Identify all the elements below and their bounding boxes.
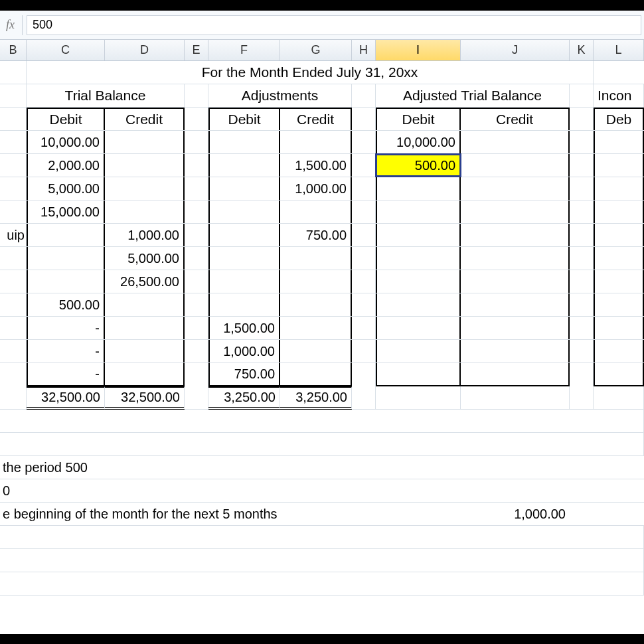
- cell[interactable]: [594, 293, 644, 316]
- cell[interactable]: [105, 131, 185, 153]
- cell[interactable]: [461, 317, 570, 339]
- fx-icon[interactable]: fx: [3, 15, 23, 35]
- cell[interactable]: [594, 317, 644, 339]
- cell[interactable]: 10,000.00: [376, 131, 461, 153]
- col-H[interactable]: H: [352, 40, 376, 60]
- cell[interactable]: [105, 317, 185, 339]
- cell[interactable]: [208, 247, 280, 270]
- col-C[interactable]: C: [27, 40, 105, 60]
- cell[interactable]: [594, 363, 644, 386]
- cell[interactable]: 10,000.00: [27, 131, 105, 153]
- cell[interactable]: [105, 293, 185, 316]
- cell[interactable]: [376, 270, 461, 293]
- cell[interactable]: 1,000.00: [105, 224, 185, 246]
- cell[interactable]: [376, 224, 461, 246]
- cell[interactable]: -: [27, 340, 105, 362]
- cell[interactable]: [461, 340, 570, 362]
- total-C[interactable]: 32,500.00: [27, 386, 105, 410]
- cell[interactable]: [461, 177, 570, 200]
- cell[interactable]: [376, 177, 461, 200]
- cell[interactable]: [461, 270, 570, 293]
- note-3-value[interactable]: 1,000.00: [461, 507, 570, 522]
- cell[interactable]: [105, 363, 185, 386]
- cell[interactable]: 2,000.00: [27, 154, 105, 177]
- cell[interactable]: -: [27, 363, 105, 386]
- col-B[interactable]: B: [0, 40, 27, 60]
- cell[interactable]: 1,500.00: [280, 154, 352, 177]
- cell[interactable]: [27, 247, 105, 270]
- cell[interactable]: [594, 201, 644, 223]
- cell[interactable]: [280, 340, 352, 362]
- cell[interactable]: [280, 131, 352, 153]
- formula-input[interactable]: 500: [27, 15, 641, 35]
- cell[interactable]: [208, 154, 280, 177]
- cell[interactable]: [461, 247, 570, 270]
- total-D[interactable]: 32,500.00: [105, 386, 185, 410]
- cell[interactable]: [376, 247, 461, 270]
- col-L[interactable]: L: [594, 40, 644, 60]
- tb-credit: Credit: [105, 108, 185, 130]
- cell[interactable]: [461, 154, 570, 177]
- col-D[interactable]: D: [105, 40, 185, 60]
- selected-cell[interactable]: 500.00: [376, 154, 461, 177]
- cell[interactable]: [208, 270, 280, 293]
- cell[interactable]: [105, 154, 185, 177]
- cell[interactable]: [280, 363, 352, 386]
- cell[interactable]: 750.00: [280, 224, 352, 246]
- cell[interactable]: [105, 177, 185, 200]
- cell[interactable]: 5,000.00: [105, 247, 185, 270]
- cell[interactable]: -: [27, 317, 105, 339]
- cell[interactable]: [461, 224, 570, 246]
- cell[interactable]: [594, 154, 644, 177]
- row-label: [0, 293, 27, 316]
- note-3: e beginning of the month for the next 5 …: [0, 507, 461, 522]
- spreadsheet-grid[interactable]: For the Month Ended July 31, 20xx Trial …: [0, 61, 644, 625]
- cell[interactable]: [280, 317, 352, 339]
- cell[interactable]: [208, 224, 280, 246]
- cell[interactable]: 1,500.00: [208, 317, 280, 339]
- cell[interactable]: [594, 247, 644, 270]
- col-I[interactable]: I: [376, 40, 461, 60]
- cell[interactable]: 1,000.00: [280, 177, 352, 200]
- cell[interactable]: 500.00: [27, 293, 105, 316]
- cell[interactable]: [376, 293, 461, 316]
- cell[interactable]: [594, 177, 644, 200]
- cell[interactable]: [594, 340, 644, 362]
- cell[interactable]: [461, 131, 570, 153]
- col-F[interactable]: F: [208, 40, 280, 60]
- cell[interactable]: [27, 224, 105, 246]
- cell[interactable]: [461, 293, 570, 316]
- total-G[interactable]: 3,250.00: [280, 386, 352, 410]
- cell[interactable]: [376, 317, 461, 339]
- cell[interactable]: [594, 131, 644, 153]
- cell[interactable]: [208, 201, 280, 223]
- cell[interactable]: [105, 201, 185, 223]
- cell[interactable]: [376, 201, 461, 223]
- cell[interactable]: [280, 201, 352, 223]
- cell[interactable]: 750.00: [208, 363, 280, 386]
- cell[interactable]: 26,500.00: [105, 270, 185, 293]
- cell[interactable]: [27, 270, 105, 293]
- col-G[interactable]: G: [280, 40, 352, 60]
- cell[interactable]: [208, 131, 280, 153]
- cell[interactable]: [461, 201, 570, 223]
- cell[interactable]: [280, 293, 352, 316]
- cell[interactable]: [594, 224, 644, 246]
- cell[interactable]: [594, 270, 644, 293]
- col-K[interactable]: K: [570, 40, 594, 60]
- cell[interactable]: [208, 177, 280, 200]
- total-F[interactable]: 3,250.00: [208, 386, 280, 410]
- cell[interactable]: [105, 340, 185, 362]
- cell[interactable]: [208, 293, 280, 316]
- cell[interactable]: 1,000.00: [208, 340, 280, 362]
- cell[interactable]: [280, 247, 352, 270]
- cell[interactable]: 5,000.00: [27, 177, 105, 200]
- cell[interactable]: [280, 270, 352, 293]
- column-headers[interactable]: B C D E F G H I J K L: [0, 40, 644, 61]
- cell[interactable]: 15,000.00: [27, 201, 105, 223]
- cell[interactable]: [461, 363, 570, 386]
- col-E[interactable]: E: [185, 40, 208, 60]
- cell[interactable]: [376, 363, 461, 386]
- col-J[interactable]: J: [461, 40, 570, 60]
- cell[interactable]: [376, 340, 461, 362]
